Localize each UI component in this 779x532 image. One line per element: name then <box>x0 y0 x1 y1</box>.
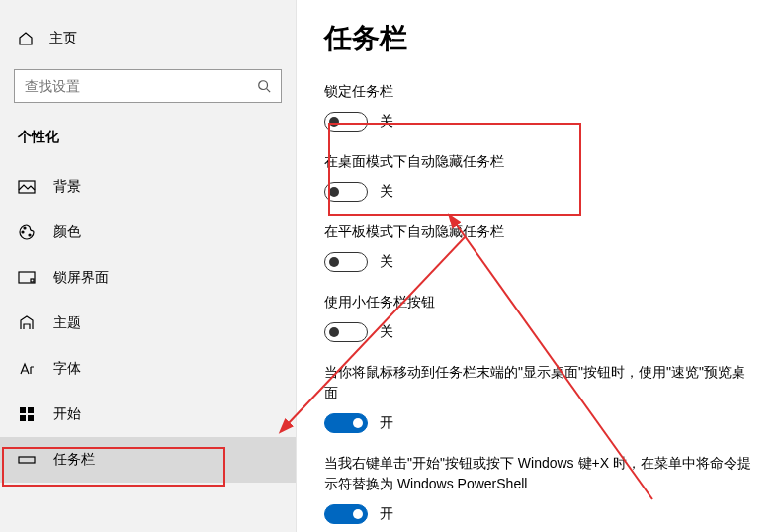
setting-label: 使用小任务栏按钮 <box>324 292 751 312</box>
sidebar-item-themes[interactable]: 主题 <box>0 301 296 346</box>
sidebar-item-label: 背景 <box>53 178 81 196</box>
sidebar-item-label: 颜色 <box>53 223 81 241</box>
toggle-lock-taskbar[interactable] <box>324 112 368 132</box>
palette-icon <box>18 223 36 241</box>
svg-rect-10 <box>20 415 26 421</box>
setting-label: 在平板模式下自动隐藏任务栏 <box>324 222 751 242</box>
svg-rect-9 <box>28 407 34 413</box>
sidebar-item-background[interactable]: 背景 <box>0 164 296 210</box>
page-title: 任务栏 <box>324 20 751 57</box>
toggle-state: 关 <box>380 253 393 271</box>
toggle-small-buttons[interactable] <box>324 322 368 342</box>
setting-autohide-desktop: 在桌面模式下自动隐藏任务栏 关 <box>324 151 751 202</box>
toggle-autohide-tablet[interactable] <box>324 252 368 272</box>
setting-peek: 当你将鼠标移动到任务栏末端的"显示桌面"按钮时，使用"速览"预览桌面 开 <box>324 362 751 433</box>
sidebar-item-fonts[interactable]: 字体 <box>0 346 296 392</box>
main-content: 任务栏 锁定任务栏 关 在桌面模式下自动隐藏任务栏 关 在平板模式下自动隐藏任务… <box>297 0 779 532</box>
svg-rect-6 <box>19 272 35 283</box>
sidebar-item-label: 任务栏 <box>53 451 95 469</box>
home-button[interactable]: 主页 <box>0 20 296 57</box>
setting-lock-taskbar: 锁定任务栏 关 <box>324 81 751 132</box>
setting-label: 当你将鼠标移动到任务栏末端的"显示桌面"按钮时，使用"速览"预览桌面 <box>324 362 751 403</box>
lockscreen-icon <box>18 269 36 287</box>
sidebar-item-label: 主题 <box>53 314 81 332</box>
search-box[interactable] <box>14 69 282 103</box>
svg-rect-12 <box>19 457 35 463</box>
sidebar-item-label: 锁屏界面 <box>53 269 109 287</box>
theme-icon <box>18 314 36 332</box>
setting-small-buttons: 使用小任务栏按钮 关 <box>324 292 751 342</box>
home-icon <box>18 31 34 46</box>
toggle-state: 开 <box>380 414 393 432</box>
search-icon <box>257 79 271 93</box>
sidebar-item-lockscreen[interactable]: 锁屏界面 <box>0 255 296 301</box>
setting-label: 在桌面模式下自动隐藏任务栏 <box>324 151 751 172</box>
toggle-autohide-desktop[interactable] <box>324 182 368 202</box>
taskbar-icon <box>18 451 36 469</box>
toggle-peek[interactable] <box>324 413 368 433</box>
font-icon <box>18 360 36 378</box>
category-title: 个性化 <box>0 121 296 164</box>
image-icon <box>18 178 36 196</box>
svg-rect-7 <box>31 279 34 282</box>
setting-autohide-tablet: 在平板模式下自动隐藏任务栏 关 <box>324 222 751 272</box>
toggle-state: 关 <box>380 183 393 201</box>
setting-label: 锁定任务栏 <box>324 81 751 102</box>
setting-powershell: 当我右键单击"开始"按钮或按下 Windows 键+X 时，在菜单中将命令提示符… <box>324 453 751 524</box>
start-icon <box>18 405 36 423</box>
svg-line-1 <box>267 89 271 93</box>
svg-rect-8 <box>20 407 26 413</box>
svg-point-0 <box>259 81 268 90</box>
sidebar-item-label: 字体 <box>53 360 81 378</box>
search-input[interactable] <box>25 78 257 94</box>
toggle-state: 关 <box>380 113 393 131</box>
svg-point-3 <box>22 231 24 233</box>
sidebar-item-taskbar[interactable]: 任务栏 <box>0 437 296 483</box>
svg-point-4 <box>24 227 26 229</box>
svg-point-5 <box>29 234 31 236</box>
toggle-state: 关 <box>380 323 393 341</box>
sidebar-item-start[interactable]: 开始 <box>0 392 296 437</box>
sidebar-item-label: 开始 <box>53 405 81 423</box>
sidebar-item-colors[interactable]: 颜色 <box>0 210 296 255</box>
setting-label: 当我右键单击"开始"按钮或按下 Windows 键+X 时，在菜单中将命令提示符… <box>324 453 751 494</box>
toggle-powershell[interactable] <box>324 504 368 524</box>
sidebar: 主页 个性化 背景 <box>0 0 297 532</box>
home-label: 主页 <box>49 30 77 47</box>
svg-rect-11 <box>28 415 34 421</box>
toggle-state: 开 <box>380 505 393 523</box>
